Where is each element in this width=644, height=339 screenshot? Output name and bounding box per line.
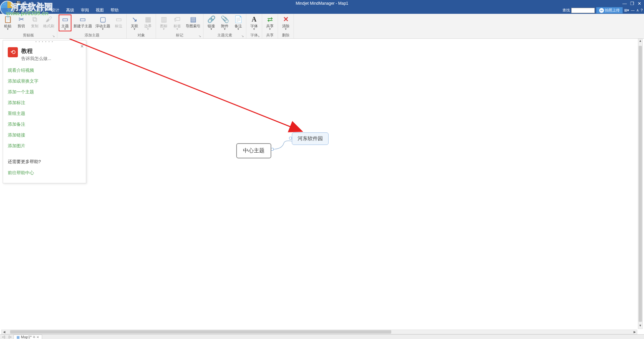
cloud-icon: ∞ [599,8,604,13]
tutorial-icon: ⟲ [8,47,18,57]
cut-button[interactable]: ✂剪切 [15,14,28,29]
dialog-launcher-icon[interactable]: ↘ [52,34,55,38]
minimize-button[interactable]: — [622,1,627,6]
chevron-down-icon: ▼ [101,28,104,31]
scroll-down-icon[interactable]: ▼ [638,324,642,329]
tutorial-link[interactable]: 添加或替换文字 [8,76,81,87]
tab-pin-icon[interactable]: ⧉ [33,335,35,339]
scrollbar-thumb[interactable] [639,46,642,322]
menu-tab-审阅[interactable]: 审阅 [78,6,92,14]
dialog-launcher-icon[interactable]: ↘ [198,34,201,38]
help-center-link[interactable]: 前往帮助中心 [8,167,81,178]
tutorial-link[interactable]: 观看介绍视频 [8,65,81,76]
menu-tab-帮助[interactable]: 帮助 [107,6,122,14]
map-index-button[interactable]: ▤导图索引 [184,14,202,29]
ribbon-group-topic-elements: 🔗链接▼📎附件▼📄备注▼主题元素↘ [204,14,246,38]
qat-button-4[interactable]: ↶ [29,1,34,6]
paste-button[interactable]: 📋粘贴▼ [1,14,14,31]
search-input[interactable] [571,8,595,13]
relationship-icon: ↘ [130,15,139,23]
menu-tab-主页[interactable]: 主页 [18,6,33,14]
search-label: 查找 [562,8,570,13]
qat-button-6[interactable]: ▾ [42,1,48,6]
relationship-button[interactable]: ↘关联▼ [128,14,141,31]
qat-button-3[interactable]: 🖶 [22,1,28,6]
window-controls: — ❐ ✕ [622,1,644,6]
expand-handle[interactable] [271,148,274,151]
attachment-icon: 📎 [221,15,229,23]
scroll-left-icon[interactable]: ◀ [2,330,6,334]
panel-close-button[interactable]: ✕ [80,44,84,49]
scroll-up-icon[interactable]: ▲ [638,39,642,44]
close-button[interactable]: ✕ [638,1,641,6]
hyperlink-button[interactable]: 🔗链接▼ [205,14,218,31]
central-topic-label: 中心主题 [243,148,265,153]
floating-button[interactable]: ▢浮动主题▼ [94,14,112,31]
ribbon-group-object: ↘关联▼▦边界▼对象 [127,14,156,38]
notes-button[interactable]: 📄备注▼ [232,14,245,31]
upload-button[interactable]: ∞ 拍照上传 [596,7,623,13]
floating-icon: ▢ [99,15,107,23]
tutorial-link[interactable]: 重组主题 [8,108,81,119]
dialog-launcher-icon[interactable]: ↘ [241,34,244,38]
menu-tab-高级[interactable]: 高级 [63,6,78,14]
tab-nav-prev[interactable]: ◁ [0,335,7,339]
callout-icon: ▭ [115,15,123,23]
menu-tab-设计[interactable]: 设计 [48,6,63,14]
dialog-launcher-icon[interactable]: ↘ [257,34,260,38]
tutorial-link[interactable]: 添加图片 [8,141,81,151]
central-topic-node[interactable]: 中心主题 [236,143,271,158]
mindmap-canvas[interactable]: • • • • • • ✕ ⟲ 教程 告诉我怎么做... 观看介绍视频添加或替换… [1,39,643,329]
topic-button[interactable]: ▭主题▼ [59,14,71,31]
scroll-right-icon[interactable]: ▶ [632,330,637,334]
chevron-down-icon: ▼ [176,28,179,31]
paste-icon: 📋 [4,15,12,23]
chevron-down-icon: ▼ [162,28,165,31]
qat-button-2[interactable]: 💾 [16,1,21,6]
qat-button-1[interactable]: 🗎 [9,1,14,6]
maximize-button[interactable]: ❐ [630,1,634,6]
group-label: 删除 [279,33,292,38]
menu-tab-插入[interactable]: 插入 [33,6,48,14]
tab-close-button[interactable]: ✕ [36,335,39,339]
format-painter-icon: 🖌 [45,15,53,23]
menu-tab-视图[interactable]: 视图 [92,6,107,14]
subtopic-button[interactable]: ▭新建子主题 [72,14,93,29]
tags-icon: 🏷 [173,15,181,23]
share-button[interactable]: ⇄共享▼ [264,14,276,31]
menubar-extra-icon[interactable]: — [631,8,635,12]
tutorial-link[interactable]: 添加链接 [8,130,81,141]
chevron-down-icon: ▼ [269,28,271,31]
tab-nav-next[interactable]: ▷ [7,335,13,339]
format-painter-button: 🖌格式刷 [42,14,56,29]
scrollbar-thumb[interactable] [10,330,391,334]
subtopic-node[interactable]: 河东软件园 [292,132,329,145]
menubar-right: 查找 ∞ 拍照上传 ⊞▾ — ∧ ? [562,7,643,13]
map-index-label: 导图索引 [186,24,201,28]
hyperlink-icon: 🔗 [207,15,215,23]
tutorial-link[interactable]: 添加一个主题 [8,87,81,97]
ribbon-group-font: A字体▼字体↘ [246,14,262,38]
panel-drag-handle[interactable]: • • • • • • [3,40,86,44]
cut-label: 剪切 [18,24,25,28]
document-tab[interactable]: ▦ Map1* ⧉ ✕ [13,335,42,339]
upload-label: 拍照上传 [605,8,620,13]
group-label: 主题元素↘ [205,33,245,38]
qat-button-5[interactable]: ↷ [36,1,41,6]
ribbon-group-add-topic: ▭主题▼▭新建子主题▢浮动主题▼▭标注添加主题 [57,14,127,38]
qat-button-0[interactable]: 🗅 [2,1,7,6]
canvas-area: • • • • • • ✕ ⟲ 教程 告诉我怎么做... 观看介绍视频添加或替换… [1,39,643,329]
icons-button: ▥图标▼ [157,14,170,31]
menubar-extra-icon[interactable]: ⊞▾ [624,8,629,12]
menu-tab-文件[interactable]: 文件 [3,6,18,14]
clear-button[interactable]: ✕清除▼ [279,14,292,31]
font-button[interactable]: A字体▼ [248,14,260,31]
expand-handle[interactable] [289,137,292,140]
tutorial-link[interactable]: 添加备注 [8,119,81,130]
horizontal-scrollbar[interactable]: ◀ ▶ [1,330,637,334]
help-icon[interactable]: ? [641,8,643,12]
attachment-button[interactable]: 📎附件▼ [218,14,231,31]
tutorial-link[interactable]: 添加标注 [8,97,81,108]
help-icon[interactable]: ∧ [636,8,639,12]
vertical-scrollbar[interactable]: ▲ ▼ [638,39,643,329]
